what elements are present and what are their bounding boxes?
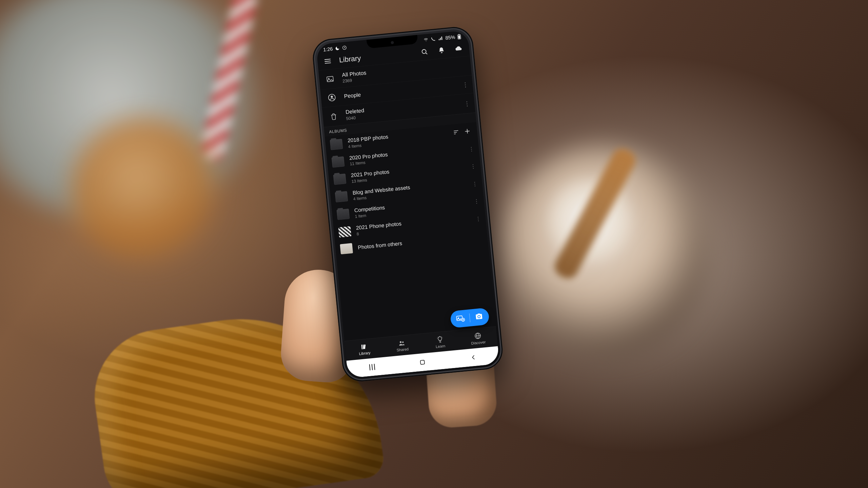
signal-icon xyxy=(438,36,443,41)
album-thumb xyxy=(333,174,347,185)
page-title: Library xyxy=(339,54,361,64)
album-thumb xyxy=(337,209,350,220)
nav-label: Discover xyxy=(471,340,486,345)
album-thumb xyxy=(332,156,345,167)
fab-divider xyxy=(469,313,470,322)
cloud-icon[interactable] xyxy=(452,43,464,55)
phone-screen: 1:26 xyxy=(316,30,500,378)
person-icon xyxy=(326,92,339,103)
plus-icon[interactable] xyxy=(464,128,471,136)
bell-icon[interactable] xyxy=(435,44,447,56)
nav-learn[interactable]: Learn xyxy=(420,330,460,353)
status-right: 85% xyxy=(423,34,461,43)
status-left: 1:26 xyxy=(323,45,347,53)
album-thumb xyxy=(335,191,348,202)
svg-point-5 xyxy=(422,49,426,54)
menu-icon[interactable] xyxy=(322,55,334,67)
row-overflow[interactable]: ⋮ xyxy=(463,101,471,106)
album-overflow[interactable]: ⋮ xyxy=(475,217,481,221)
clock-icon xyxy=(342,45,347,50)
nav-label: Shared xyxy=(396,347,409,352)
wifi-calling-icon xyxy=(423,37,429,42)
sort-icon[interactable] xyxy=(452,129,460,137)
nav-library[interactable]: Library xyxy=(344,338,384,361)
background-scene: 1:26 xyxy=(0,0,868,488)
svg-rect-6 xyxy=(327,76,334,82)
svg-point-14 xyxy=(402,341,404,343)
album-thumb xyxy=(338,226,352,237)
nav-label: Library xyxy=(359,350,371,355)
nav-label: Learn xyxy=(436,344,446,349)
bg-gingerbread xyxy=(71,119,217,264)
album-overflow[interactable]: ⋮ xyxy=(472,182,478,186)
album-overflow[interactable]: ⋮ xyxy=(470,165,476,168)
status-battery-pct: 85% xyxy=(445,34,455,41)
back-icon[interactable] xyxy=(470,354,477,361)
phone-device: 1:26 xyxy=(311,25,504,383)
status-time: 1:26 xyxy=(323,46,333,53)
album-thumb xyxy=(340,243,353,254)
album-header-tools xyxy=(452,128,471,137)
image-icon xyxy=(323,74,337,85)
nav-shared[interactable]: Shared xyxy=(382,334,422,357)
recents-icon[interactable] xyxy=(369,364,375,370)
svg-point-13 xyxy=(400,341,402,343)
fab-pill xyxy=(450,308,490,328)
search-icon[interactable] xyxy=(419,46,431,58)
add-photos-icon[interactable] xyxy=(456,313,466,324)
svg-point-9 xyxy=(331,96,333,98)
svg-point-1 xyxy=(426,41,427,41)
nav-discover[interactable]: Discover xyxy=(458,327,498,350)
albums-label: ALBUMS xyxy=(329,128,347,134)
album-overflow[interactable]: ⋮ xyxy=(469,147,474,151)
svg-rect-16 xyxy=(420,360,425,365)
row-overflow[interactable]: ⋮ xyxy=(462,83,469,87)
home-icon[interactable] xyxy=(419,359,426,366)
battery-icon xyxy=(457,34,461,40)
trash-icon xyxy=(327,111,340,122)
camera-icon[interactable] xyxy=(474,312,484,322)
album-overflow[interactable]: ⋮ xyxy=(474,200,479,203)
album-thumb xyxy=(330,139,343,150)
svg-rect-4 xyxy=(458,35,460,39)
moon-icon xyxy=(335,46,340,51)
volte-icon xyxy=(430,37,436,42)
svg-rect-3 xyxy=(458,34,459,35)
